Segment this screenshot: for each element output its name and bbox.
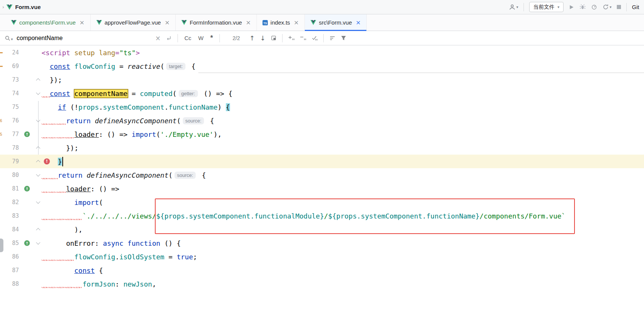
code-text[interactable]: formJson: newJson, (42, 280, 644, 288)
git-menu[interactable]: Git (632, 4, 643, 10)
code-token: = (164, 253, 177, 261)
code-text[interactable]: onError: async function () { (42, 239, 644, 247)
tab-src-form-vue[interactable]: src\Form.vue× (305, 14, 367, 31)
run-config-select[interactable]: 当前文件 ▾ (529, 2, 564, 12)
left-strip-mark (0, 155, 4, 168)
line-number: 78 (4, 144, 19, 151)
code-text[interactable]: <script setup lang="ts"> (42, 49, 644, 57)
tab-close-icon[interactable]: × (294, 20, 299, 26)
code-text[interactable]: loader: () => import('./Empty.vue'), (42, 130, 644, 138)
line-number: 24 (4, 49, 19, 56)
fold-down-icon[interactable] (36, 200, 40, 204)
fold-up-icon[interactable] (36, 146, 40, 150)
line-number: 83 (4, 212, 19, 219)
new-line-icon[interactable] (166, 35, 172, 41)
add-occurrence-icon[interactable] (288, 35, 295, 41)
open-in-find-window-icon[interactable] (271, 35, 276, 41)
code-text[interactable]: const componentName = computed(getter: (… (42, 90, 644, 98)
gutter (19, 223, 42, 236)
divider (178, 34, 178, 42)
left-strip-mark (0, 168, 4, 182)
code-text[interactable]: const { (42, 267, 644, 274)
regex-toggle[interactable]: * (208, 33, 215, 43)
code-text[interactable]: loader: () => (42, 185, 644, 193)
code-text[interactable]: ), (42, 226, 644, 234)
fold-up-icon[interactable] (36, 78, 40, 82)
code-token: "ts" (119, 49, 136, 57)
line-number: 76 (4, 117, 19, 124)
tab-close-icon[interactable]: × (165, 20, 170, 26)
left-strip-mark (0, 182, 4, 195)
next-occurrence-button[interactable]: ↓ (260, 34, 266, 42)
code-text[interactable]: return defineAsyncComponent(source: { (42, 117, 644, 125)
fold-down-icon[interactable] (36, 172, 40, 177)
debug-button[interactable] (579, 4, 586, 10)
left-strip-mark (0, 195, 4, 209)
fold-up-icon[interactable] (36, 228, 40, 232)
previous-occurrence-button[interactable]: ↑ (249, 34, 255, 42)
fold-down-icon[interactable] (36, 118, 40, 122)
fold-down-icon[interactable] (36, 91, 40, 95)
tab-components-form-vue[interactable]: components\Form.vue× (5, 14, 91, 31)
code-token (42, 130, 74, 138)
tab-forminformation-vue[interactable]: FormInformation.vue× (176, 14, 257, 31)
error-icon[interactable]: ! (44, 158, 50, 164)
gutter-up-arrow-icon[interactable]: ↑ (24, 132, 30, 137)
search-history-button[interactable]: ▾ (5, 35, 13, 41)
line-number: 74 (4, 90, 19, 97)
divider (282, 34, 283, 42)
filter-icon[interactable] (341, 35, 346, 41)
gutter (19, 87, 42, 100)
search-icon (5, 35, 11, 41)
whole-words-toggle[interactable]: W (196, 34, 205, 42)
code-text[interactable]: }); (42, 144, 644, 152)
tab-close-icon[interactable]: × (79, 20, 84, 26)
rerun-coverage-button[interactable]: ▾ (602, 4, 612, 10)
gutter (19, 277, 42, 291)
gutter (19, 59, 42, 73)
code-token: { (198, 171, 206, 179)
code-text[interactable]: flowConfig.isOldSystem = true; (42, 253, 644, 261)
run-button[interactable] (569, 5, 574, 10)
profiler-button[interactable] (591, 4, 597, 10)
code-line-75: 75 if (!props.systemComponent.functionNa… (0, 100, 644, 114)
select-all-occurrences-icon[interactable] (312, 35, 318, 41)
code-text[interactable]: import( (42, 198, 644, 206)
gutter (19, 100, 42, 114)
tab-approveflowpage-vue[interactable]: approveFlowPage.vue× (91, 14, 176, 31)
code-text[interactable]: return defineAsyncComponent(source: { (42, 171, 644, 179)
stop-button[interactable] (617, 5, 621, 9)
remove-occurrence-icon[interactable] (300, 35, 306, 41)
fold-down-icon[interactable] (36, 240, 40, 245)
code-text[interactable]: }); (42, 76, 644, 84)
breadcrumb-chevron-icon[interactable]: › (2, 4, 4, 10)
inlay-hint: source: (183, 117, 204, 124)
code-text[interactable]: `./../../../views/${props.systemComponen… (42, 212, 644, 220)
code-token: ( (156, 130, 160, 138)
code-text[interactable]: const flowConfig = reactive(target: { (42, 62, 644, 70)
gutter (19, 155, 42, 168)
code-token: }); (42, 144, 79, 152)
gutter-up-arrow-icon[interactable]: ↑ (24, 186, 30, 192)
tab-close-icon[interactable]: × (246, 20, 251, 26)
code-token: . (115, 253, 119, 261)
code-token: import (74, 198, 99, 206)
user-account-button[interactable]: ▾ (509, 4, 518, 11)
code-token: = (115, 62, 128, 70)
search-input[interactable] (17, 35, 153, 42)
code-token (95, 49, 99, 57)
gutter-up-arrow-icon[interactable]: ↑ (24, 240, 30, 246)
code-text[interactable]: if (!props.systemComponent.functionName)… (42, 103, 644, 111)
fold-up-icon[interactable] (36, 160, 40, 164)
code-line-83: 83 `./../../../views/${props.systemCompo… (0, 209, 644, 223)
line-number: 69 (4, 63, 19, 70)
match-case-toggle[interactable]: Cc (182, 34, 193, 42)
code-text[interactable]: } (42, 157, 644, 166)
gutter (19, 168, 42, 182)
user-icon (509, 4, 516, 11)
text-caret (62, 157, 63, 166)
tab-index-ts[interactable]: TSindex.ts× (257, 14, 305, 31)
filter-lines-icon[interactable] (329, 35, 335, 41)
clear-search-icon[interactable]: × (155, 34, 161, 42)
tab-close-icon[interactable]: × (356, 20, 361, 26)
